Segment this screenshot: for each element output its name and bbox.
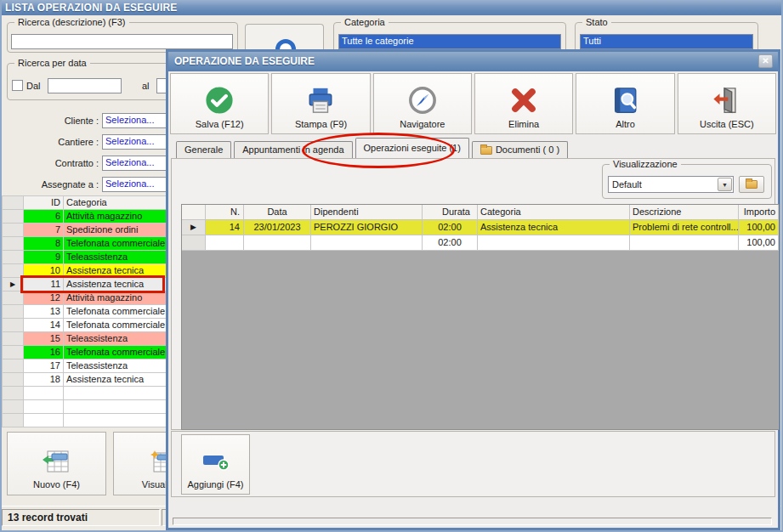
- visualizzazione-value: Default: [612, 179, 642, 190]
- grid-selector-header: [182, 205, 206, 220]
- list-row[interactable]: [3, 400, 166, 414]
- cell-id: 7: [24, 224, 64, 236]
- salva-label: Salva (F12): [196, 119, 244, 129]
- dialog-titlebar: OPERAZIONE DA ESEGUIRE: [168, 52, 778, 71]
- dropdown-arrow-icon[interactable]: ▼: [718, 178, 732, 191]
- dialog-status-strip: [173, 518, 772, 525]
- tab-documenti-label: Documenti ( 0 ): [496, 142, 559, 158]
- app-screen: LISTA OPERAZIONI DA ESEGUIRE Ricerca (de…: [0, 0, 783, 532]
- cell-n: 14: [206, 220, 244, 235]
- cell-categoria: Assistenza tecnica: [478, 220, 630, 235]
- grid-header-dipendenti[interactable]: Dipendenti: [311, 205, 423, 220]
- cell-id: 6: [24, 210, 64, 223]
- cell-id: [24, 414, 64, 427]
- row-selector: [3, 305, 24, 319]
- cell-categoria: Spedizione ordini: [64, 224, 166, 236]
- date-from-input[interactable]: [48, 78, 122, 93]
- elimina-label: Elimina: [508, 119, 539, 129]
- folder-icon: [480, 146, 492, 155]
- totals-durata: 02:00: [423, 235, 478, 251]
- cell-categoria: Telefonata commerciale: [64, 237, 166, 250]
- salva-button[interactable]: Salva (F12): [170, 73, 269, 134]
- grid-header-durata[interactable]: Durata: [423, 205, 478, 220]
- tab-generale[interactable]: Generale: [176, 141, 231, 158]
- elimina-button[interactable]: Elimina: [474, 73, 573, 134]
- list-id-header: ID: [24, 196, 64, 209]
- check-circle-icon: [205, 86, 234, 115]
- cell-importo: 100,00: [739, 220, 779, 235]
- visualizzazione-combobox[interactable]: Default ▼: [608, 176, 734, 193]
- list-row[interactable]: 17Teleassistenza: [3, 359, 166, 373]
- row-selector: [3, 210, 24, 224]
- cell-categoria: Attività magazzino: [64, 210, 166, 223]
- row-selector: [3, 346, 24, 359]
- row-selector: [3, 237, 24, 251]
- search-group-label: Ricerca (descrizione) (F3): [14, 17, 129, 27]
- list-row[interactable]: 14Telefonata commerciale: [3, 319, 166, 332]
- dialog-close-button[interactable]: ✕: [758, 54, 773, 68]
- uscita-button[interactable]: Uscita (ESC): [678, 73, 776, 134]
- cell-durata: 02:00: [423, 220, 478, 235]
- book-search-icon: [610, 86, 639, 115]
- list-row[interactable]: 16Telefonata commerciale: [3, 346, 166, 359]
- cell-id: 14: [24, 319, 64, 331]
- grid-header-categoria[interactable]: Categoria: [478, 205, 630, 220]
- grid-header-descrizione[interactable]: Descrizione: [630, 205, 739, 220]
- grid-header-data[interactable]: Data: [244, 205, 311, 220]
- dal-checkbox[interactable]: [12, 80, 23, 91]
- visualizzazione-label: Visualizzazione: [610, 159, 681, 169]
- contratto-label: Contratto :: [3, 158, 99, 168]
- list-row[interactable]: 13Telefonata commerciale: [3, 305, 166, 319]
- dal-label: Dal: [26, 81, 41, 91]
- list-row[interactable]: 12Attività magazzino: [3, 291, 166, 305]
- grid-totals-row: 02:00 100,00: [182, 235, 779, 251]
- cantiere-label: Cantiere :: [3, 137, 99, 147]
- cliente-label: Cliente :: [3, 116, 99, 126]
- grid-header-importo[interactable]: Importo: [739, 205, 779, 220]
- altro-label: Altro: [616, 119, 635, 129]
- row-selector: [3, 400, 24, 414]
- categoria-combobox[interactable]: Tutte le categorie: [338, 34, 561, 49]
- list-row[interactable]: [3, 387, 166, 400]
- table-new-icon: [41, 449, 73, 474]
- open-view-button[interactable]: [739, 176, 764, 193]
- dialog-window: OPERAZIONE DA ESEGUIRE ✕ Salva (F12) Sta…: [166, 49, 780, 530]
- nuovo-button[interactable]: Nuovo (F4): [7, 432, 106, 495]
- aggiungi-button[interactable]: Aggiungi (F4): [181, 434, 250, 495]
- row-selector: [3, 387, 24, 400]
- main-window-titlebar: LISTA OPERAZIONI DA ESEGUIRE: [0, 0, 783, 15]
- tab-generale-label: Generale: [184, 142, 223, 158]
- stato-combobox[interactable]: Tutti: [580, 34, 753, 49]
- row-selector: [3, 373, 24, 387]
- list-row[interactable]: 18Assistenza tecnica: [3, 373, 166, 387]
- stampa-button[interactable]: Stampa (F9): [271, 73, 370, 134]
- grid-header-n[interactable]: N.: [206, 205, 244, 220]
- search-input[interactable]: [11, 34, 233, 49]
- grid-data-row[interactable]: ▶ 14 23/01/2023 PEROZZI GIORGIO 02:00 As…: [182, 220, 779, 235]
- tab-documenti[interactable]: Documenti ( 0 ): [472, 141, 568, 158]
- row-selector: [3, 251, 24, 264]
- printer-icon: [306, 86, 335, 115]
- assegnate-label: Assegnate a :: [3, 179, 99, 190]
- altro-button[interactable]: Altro: [576, 73, 674, 134]
- categoria-group-label: Categoria: [341, 17, 389, 27]
- list-row[interactable]: 15Teleassistenza: [3, 332, 166, 346]
- cell-id: 9: [24, 251, 64, 263]
- list-row[interactable]: 6Attività magazzino: [3, 210, 166, 224]
- list-row[interactable]: [3, 414, 166, 427]
- row-selector-arrow: ▶: [182, 220, 206, 235]
- al-label: al: [142, 81, 150, 91]
- cell-categoria: Teleassistenza: [64, 251, 166, 263]
- list-row[interactable]: 8Telefonata commerciale: [3, 237, 166, 251]
- list-row[interactable]: 9Teleassistenza: [3, 251, 166, 264]
- cell-categoria: Attività magazzino: [64, 291, 166, 304]
- cell-id: 8: [24, 237, 64, 250]
- main-window-title: LISTA OPERAZIONI DA ESEGUIRE: [5, 2, 178, 14]
- operations-list: ID Categoria 6Attività magazzino7Spedizi…: [2, 195, 166, 427]
- tab-content-panel: Visualizzazione Default ▼ N. Data Dipend…: [171, 158, 775, 430]
- navigatore-button[interactable]: Navigatore: [373, 73, 472, 134]
- navigatore-label: Navigatore: [400, 119, 445, 129]
- cell-categoria: Assistenza tecnica: [64, 373, 166, 386]
- cell-id: 16: [24, 346, 64, 359]
- list-row[interactable]: 7Spedizione ordini: [3, 224, 166, 237]
